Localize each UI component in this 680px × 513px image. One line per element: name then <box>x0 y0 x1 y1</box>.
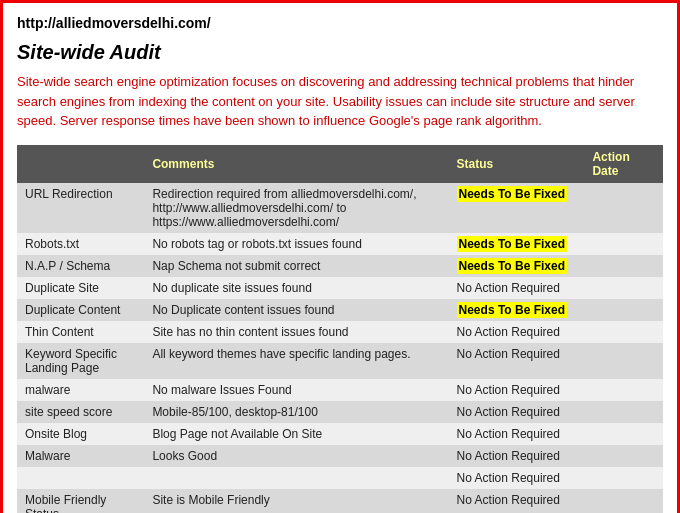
table-row: malwareNo malware Issues FoundNo Action … <box>17 379 663 401</box>
table-row: Onsite BlogBlog Page not Available On Si… <box>17 423 663 445</box>
audit-title: Site-wide Audit <box>17 41 663 64</box>
cell-item: Malware <box>17 445 144 467</box>
cell-item <box>17 467 144 489</box>
cell-status: Needs To Be Fixed <box>449 255 585 277</box>
cell-action-date <box>584 467 663 489</box>
cell-item: Duplicate Site <box>17 277 144 299</box>
cell-action-date <box>584 489 663 514</box>
cell-action-date <box>584 401 663 423</box>
col-header-action: Action Date <box>584 145 663 183</box>
site-url: http://alliedmoversdelhi.com/ <box>17 15 663 31</box>
cell-action-date <box>584 255 663 277</box>
col-header-item <box>17 145 144 183</box>
cell-status: No Action Required <box>449 423 585 445</box>
cell-comments: Looks Good <box>144 445 448 467</box>
cell-item: URL Redirection <box>17 183 144 233</box>
cell-action-date <box>584 299 663 321</box>
cell-comments: Blog Page not Available On Site <box>144 423 448 445</box>
cell-comments: No Duplicate content issues found <box>144 299 448 321</box>
table-row: Mobile Friendly StatusSite is Mobile Fri… <box>17 489 663 514</box>
cell-comments: No malware Issues Found <box>144 379 448 401</box>
cell-comments: Redirection required from alliedmoversde… <box>144 183 448 233</box>
cell-item: Keyword Specific Landing Page <box>17 343 144 379</box>
cell-item: N.A.P / Schema <box>17 255 144 277</box>
cell-status: No Action Required <box>449 401 585 423</box>
cell-status: Needs To Be Fixed <box>449 183 585 233</box>
table-row: Thin ContentSite has no thin content iss… <box>17 321 663 343</box>
table-row: MalwareLooks GoodNo Action Required <box>17 445 663 467</box>
audit-table: Comments Status Action Date URL Redirect… <box>17 145 663 514</box>
cell-comments: All keyword themes have specific landing… <box>144 343 448 379</box>
status-badge-fix: Needs To Be Fixed <box>457 236 567 252</box>
cell-status: No Action Required <box>449 343 585 379</box>
table-row: Robots.txtNo robots tag or robots.txt is… <box>17 233 663 255</box>
cell-comments: Mobile-85/100, desktop-81/100 <box>144 401 448 423</box>
col-header-comments: Comments <box>144 145 448 183</box>
cell-action-date <box>584 183 663 233</box>
table-row: No Action Required <box>17 467 663 489</box>
status-badge-fix: Needs To Be Fixed <box>457 186 567 202</box>
cell-item: Thin Content <box>17 321 144 343</box>
cell-status: No Action Required <box>449 321 585 343</box>
cell-comments: Site is Mobile Friendly <box>144 489 448 514</box>
table-row: Duplicate SiteNo duplicate site issues f… <box>17 277 663 299</box>
cell-action-date <box>584 423 663 445</box>
cell-status: No Action Required <box>449 277 585 299</box>
cell-item: malware <box>17 379 144 401</box>
cell-comments: No duplicate site issues found <box>144 277 448 299</box>
cell-comments: No robots tag or robots.txt issues found <box>144 233 448 255</box>
cell-action-date <box>584 277 663 299</box>
status-badge-fix: Needs To Be Fixed <box>457 258 567 274</box>
table-row: Duplicate ContentNo Duplicate content is… <box>17 299 663 321</box>
cell-action-date <box>584 379 663 401</box>
cell-item: Onsite Blog <box>17 423 144 445</box>
cell-action-date <box>584 445 663 467</box>
status-badge-fix: Needs To Be Fixed <box>457 302 567 318</box>
cell-comments: Nap Schema not submit correct <box>144 255 448 277</box>
cell-comments <box>144 467 448 489</box>
intro-text: Site-wide search engine optimization foc… <box>17 72 663 131</box>
table-row: site speed scoreMobile-85/100, desktop-8… <box>17 401 663 423</box>
table-row: N.A.P / SchemaNap Schema not submit corr… <box>17 255 663 277</box>
table-row: URL RedirectionRedirection required from… <box>17 183 663 233</box>
cell-action-date <box>584 321 663 343</box>
cell-status: Needs To Be Fixed <box>449 233 585 255</box>
cell-status: No Action Required <box>449 489 585 514</box>
table-row: Keyword Specific Landing PageAll keyword… <box>17 343 663 379</box>
cell-status: Needs To Be Fixed <box>449 299 585 321</box>
cell-action-date <box>584 233 663 255</box>
cell-item: Mobile Friendly Status <box>17 489 144 514</box>
cell-comments: Site has no thin content issues found <box>144 321 448 343</box>
cell-item: Robots.txt <box>17 233 144 255</box>
cell-item: site speed score <box>17 401 144 423</box>
col-header-status: Status <box>449 145 585 183</box>
cell-item: Duplicate Content <box>17 299 144 321</box>
cell-action-date <box>584 343 663 379</box>
cell-status: No Action Required <box>449 379 585 401</box>
cell-status: No Action Required <box>449 445 585 467</box>
cell-status: No Action Required <box>449 467 585 489</box>
